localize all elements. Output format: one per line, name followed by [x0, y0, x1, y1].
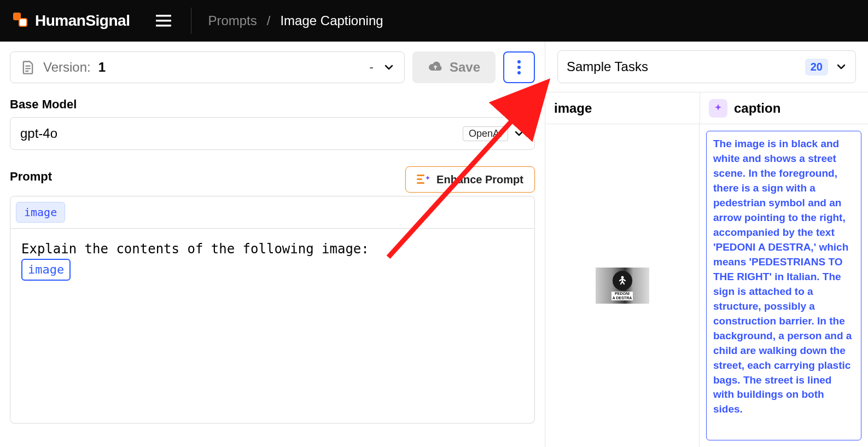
column-header-image[interactable]: image	[545, 92, 700, 124]
table-row: PEDONIA DESTRA The image is in black and…	[545, 124, 868, 447]
svg-point-6	[517, 66, 521, 69]
enhance-label: Enhance Prompt	[436, 173, 523, 186]
left-panel: Version: 1 - Save Base Model gpt-4o Open…	[0, 42, 545, 447]
hamburger-menu-button[interactable]	[153, 10, 174, 32]
base-model-dropdown[interactable]: gpt-4o OpenAI	[10, 117, 535, 150]
prompt-editor[interactable]: Explain the contents of the following im…	[10, 229, 535, 423]
prompt-variable-image[interactable]: image	[21, 259, 71, 281]
breadcrumb-current: Image Captioning	[280, 13, 383, 28]
sample-tasks-header: Sample Tasks 20	[545, 42, 868, 92]
breadcrumb-separator: /	[267, 13, 271, 28]
sparkle-lines-icon	[417, 173, 431, 185]
variable-chip-image[interactable]: image	[16, 202, 65, 223]
svg-rect-1	[19, 19, 27, 26]
cloud-upload-icon	[428, 61, 443, 74]
model-name: gpt-4o	[20, 126, 57, 141]
toolbar: Version: 1 - Save	[10, 51, 535, 83]
column-header-caption[interactable]: caption	[700, 92, 868, 124]
chevron-down-icon	[383, 62, 394, 73]
version-dropdown[interactable]: Version: 1 -	[10, 51, 405, 83]
cell-caption: The image is in black and white and show…	[700, 124, 868, 447]
sample-tasks-dropdown[interactable]: Sample Tasks 20	[557, 50, 856, 83]
prompt-text: Explain the contents of the following im…	[21, 241, 369, 257]
enhance-prompt-button[interactable]: Enhance Prompt	[405, 166, 535, 193]
version-dash: -	[370, 60, 374, 74]
more-menu-button[interactable]	[503, 51, 535, 83]
save-button[interactable]: Save	[412, 51, 496, 83]
svg-rect-8	[417, 175, 424, 176]
cell-image[interactable]: PEDONIA DESTRA	[545, 124, 700, 447]
svg-rect-10	[417, 182, 424, 184]
svg-point-7	[517, 71, 521, 74]
sparkle-icon	[713, 103, 723, 113]
sample-tasks-label: Sample Tasks	[567, 59, 805, 74]
caption-text[interactable]: The image is in black and white and show…	[706, 131, 861, 440]
variable-chips-bar: image	[10, 196, 535, 229]
column-header-caption-label: caption	[734, 101, 780, 116]
document-icon	[20, 60, 36, 75]
sample-tasks-count: 20	[805, 59, 828, 76]
breadcrumb-root[interactable]: Prompts	[208, 13, 257, 28]
svg-point-5	[517, 60, 521, 63]
prompt-label: Prompt	[10, 170, 52, 184]
app-header: HumanSignal Prompts / Image Captioning	[0, 0, 868, 42]
provider-chip: OpenAI	[463, 126, 508, 141]
table-header: image caption	[545, 92, 868, 124]
chevron-down-icon	[514, 128, 525, 139]
right-panel: Sample Tasks 20 image caption PEDONI	[545, 42, 868, 447]
thumbnail-image: PEDONIA DESTRA	[596, 268, 649, 304]
brand-name: HumanSignal	[35, 12, 130, 30]
logo: HumanSignal	[13, 12, 130, 30]
ai-sparkle-badge	[709, 99, 727, 118]
breadcrumb: Prompts / Image Captioning	[208, 13, 383, 28]
kebab-icon	[517, 60, 521, 74]
save-label: Save	[450, 60, 480, 75]
prompt-header: Prompt Enhance Prompt	[10, 166, 535, 193]
logo-mark-icon	[13, 13, 30, 29]
svg-rect-4	[156, 25, 171, 27]
version-number: 1	[98, 60, 106, 75]
version-label: Version:	[43, 60, 91, 75]
svg-rect-3	[156, 20, 171, 22]
base-model-label: Base Model	[10, 97, 535, 112]
hamburger-icon	[156, 15, 171, 27]
svg-rect-2	[156, 15, 171, 17]
pedestrian-icon	[613, 271, 632, 291]
header-divider	[191, 8, 191, 34]
svg-rect-9	[417, 178, 422, 180]
chevron-down-icon	[836, 61, 847, 72]
